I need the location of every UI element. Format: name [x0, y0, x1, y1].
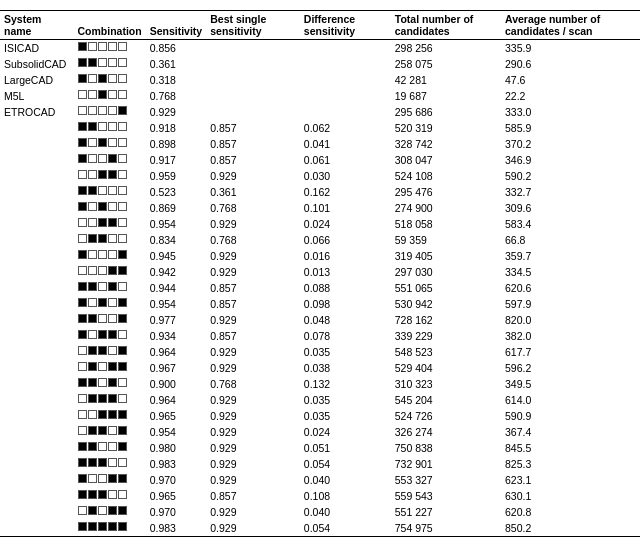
- cell-total: 19 687: [391, 88, 501, 104]
- cell-avg: 334.5: [501, 264, 640, 280]
- table-row: ETROCAD0.929295 686333.0: [0, 104, 640, 120]
- empty-square-icon: [88, 474, 97, 483]
- cell-best-single: 0.857: [206, 152, 300, 168]
- empty-square-icon: [88, 298, 97, 307]
- cell-best-single: 0.929: [206, 456, 300, 472]
- filled-square-icon: [108, 218, 117, 227]
- filled-square-icon: [98, 410, 107, 419]
- empty-square-icon: [108, 426, 117, 435]
- table-row: 0.9450.9290.016319 405359.7: [0, 248, 640, 264]
- cell-avg: 359.7: [501, 248, 640, 264]
- empty-square-icon: [118, 458, 127, 467]
- filled-square-icon: [98, 458, 107, 467]
- empty-square-icon: [108, 314, 117, 323]
- filled-square-icon: [78, 490, 87, 499]
- filled-square-icon: [108, 394, 117, 403]
- cell-combination: [74, 136, 146, 152]
- filled-square-icon: [78, 58, 87, 67]
- table-row: 0.9700.9290.040551 227620.8: [0, 504, 640, 520]
- filled-square-icon: [88, 378, 97, 387]
- filled-square-icon: [118, 442, 127, 451]
- cell-combination: [74, 392, 146, 408]
- cell-combination: [74, 456, 146, 472]
- table-row: 0.9420.9290.013297 030334.5: [0, 264, 640, 280]
- cell-diff: 0.040: [300, 504, 391, 520]
- cell-sensitivity: 0.898: [146, 136, 207, 152]
- cell-sensitivity: 0.959: [146, 168, 207, 184]
- cell-system-name: [0, 376, 74, 392]
- table-row: 0.9180.8570.062520 319585.9: [0, 120, 640, 136]
- cell-system-name: [0, 120, 74, 136]
- cell-total: 529 404: [391, 360, 501, 376]
- cell-avg: 620.6: [501, 280, 640, 296]
- cell-total: 295 476: [391, 184, 501, 200]
- cell-diff: 0.038: [300, 360, 391, 376]
- filled-square-icon: [118, 474, 127, 483]
- cell-avg: 825.3: [501, 456, 640, 472]
- filled-square-icon: [78, 154, 87, 163]
- empty-square-icon: [118, 138, 127, 147]
- filled-square-icon: [108, 522, 117, 531]
- empty-square-icon: [108, 346, 117, 355]
- cell-sensitivity: 0.983: [146, 456, 207, 472]
- cell-diff: 0.048: [300, 312, 391, 328]
- cell-total: 319 405: [391, 248, 501, 264]
- table-row: 0.8690.7680.101274 900309.6: [0, 200, 640, 216]
- table-row: ISICAD0.856298 256335.9: [0, 40, 640, 57]
- cell-system-name: [0, 472, 74, 488]
- filled-square-icon: [78, 74, 87, 83]
- cell-system-name: [0, 248, 74, 264]
- filled-square-icon: [78, 250, 87, 259]
- cell-system-name: [0, 488, 74, 504]
- cell-system-name: [0, 152, 74, 168]
- cell-total: 553 327: [391, 472, 501, 488]
- cell-combination: [74, 280, 146, 296]
- empty-square-icon: [118, 282, 127, 291]
- cell-combination: [74, 408, 146, 424]
- filled-square-icon: [78, 378, 87, 387]
- filled-square-icon: [88, 186, 97, 195]
- empty-square-icon: [118, 186, 127, 195]
- cell-diff: 0.035: [300, 344, 391, 360]
- cell-best-single: 0.768: [206, 376, 300, 392]
- empty-square-icon: [78, 362, 87, 371]
- cell-total: 59 359: [391, 232, 501, 248]
- cell-diff: 0.062: [300, 120, 391, 136]
- cell-avg: 367.4: [501, 424, 640, 440]
- cell-best-single: 0.857: [206, 296, 300, 312]
- empty-square-icon: [108, 490, 117, 499]
- filled-square-icon: [98, 74, 107, 83]
- empty-square-icon: [118, 58, 127, 67]
- cell-total: 559 543: [391, 488, 501, 504]
- cell-diff: 0.088: [300, 280, 391, 296]
- cell-avg: 47.6: [501, 72, 640, 88]
- table-row: 0.9650.9290.035524 726590.9: [0, 408, 640, 424]
- table-row: 0.9170.8570.061308 047346.9: [0, 152, 640, 168]
- results-table: System name Combination Sensitivity Best…: [0, 10, 640, 537]
- table-row: 0.9640.9290.035545 204614.0: [0, 392, 640, 408]
- cell-avg: 22.2: [501, 88, 640, 104]
- filled-square-icon: [78, 458, 87, 467]
- cell-best-single: 0.361: [206, 184, 300, 200]
- filled-square-icon: [88, 506, 97, 515]
- col-sens: Sensitivity: [146, 11, 207, 40]
- table-row: 0.9770.9290.048728 162820.0: [0, 312, 640, 328]
- cell-avg: 309.6: [501, 200, 640, 216]
- filled-square-icon: [88, 490, 97, 499]
- cell-avg: 820.0: [501, 312, 640, 328]
- filled-square-icon: [118, 250, 127, 259]
- cell-total: 298 256: [391, 40, 501, 57]
- filled-square-icon: [118, 346, 127, 355]
- cell-best-single: 0.929: [206, 264, 300, 280]
- empty-square-icon: [98, 378, 107, 387]
- empty-square-icon: [108, 90, 117, 99]
- cell-sensitivity: 0.944: [146, 280, 207, 296]
- empty-square-icon: [118, 394, 127, 403]
- empty-square-icon: [118, 490, 127, 499]
- cell-best-single: 0.929: [206, 440, 300, 456]
- table-row: 0.9670.9290.038529 404596.2: [0, 360, 640, 376]
- cell-total: 258 075: [391, 56, 501, 72]
- cell-best-single: 0.929: [206, 168, 300, 184]
- filled-square-icon: [108, 266, 117, 275]
- empty-square-icon: [108, 186, 117, 195]
